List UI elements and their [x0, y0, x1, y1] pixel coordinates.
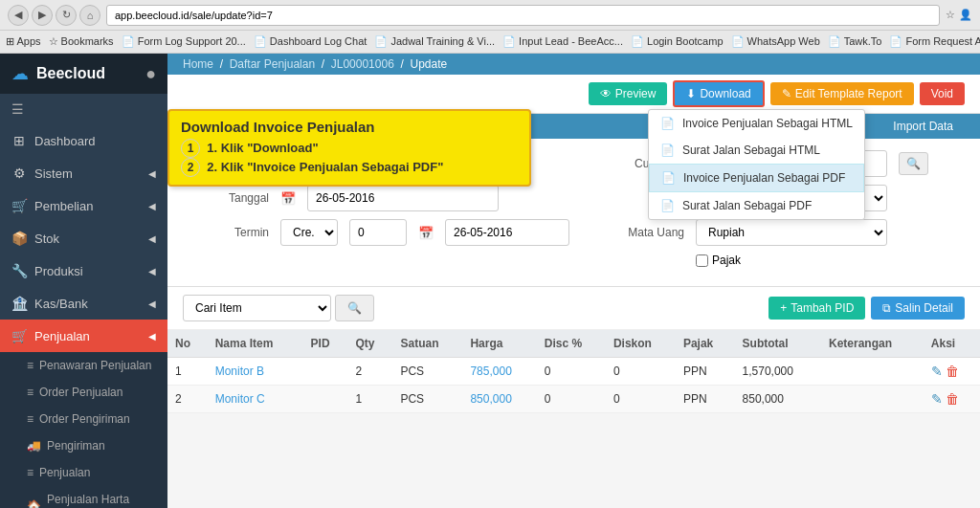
bookmark-whatsapp[interactable]: 📄 WhatsApp Web: [731, 35, 820, 48]
bookmark-login[interactable]: 📄 Login Bootcamp: [631, 35, 724, 48]
penjualan-sub-icon: ≡: [27, 466, 33, 479]
bookmark-bookmarks[interactable]: ☆ Bookmarks: [49, 35, 114, 48]
mata-uang-select[interactable]: Rupiah: [696, 219, 887, 246]
sidebar-label-stok: Stok: [34, 232, 59, 246]
dropdown-surat-jalan-pdf[interactable]: 📄 Surat Jalan Sebagai PDF: [649, 192, 864, 219]
cell-pid: [303, 358, 348, 386]
edit-template-button[interactable]: ✎ Edit Template Report: [770, 82, 914, 105]
annotation-box: Download Invoice Penjualan 1 1. Klik "Do…: [167, 109, 531, 187]
file-icon-2: 📄: [660, 144, 675, 157]
termin-select[interactable]: Cre...: [280, 219, 338, 246]
sidebar-item-kasbank[interactable]: 🏦 Kas/Bank ◀: [0, 287, 167, 320]
annotation-step1: 1 1. Klik "Download": [181, 139, 518, 158]
cell-disc: 0: [537, 358, 606, 386]
row-delete-button[interactable]: 🗑: [946, 364, 959, 379]
sidebar-item-stok[interactable]: 📦 Stok ◀: [0, 222, 167, 254]
pembelian-icon: 🛒: [11, 198, 27, 213]
sidebar-label-kasbank: Kas/Bank: [34, 297, 88, 311]
bookmarks-bar: ⊞ Apps ☆ Bookmarks 📄 Form Log Support 20…: [0, 31, 980, 54]
col-subtotal: Subtotal: [735, 330, 821, 358]
form-row-tanggal: Tanggal 📅: [183, 185, 569, 211]
row-edit-button[interactable]: ✎: [931, 391, 943, 407]
sidebar-sub-order-pengiriman[interactable]: ≡ Order Pengiriman: [0, 406, 167, 432]
order-penjualan-label: Order Penjualan: [39, 386, 122, 399]
void-button[interactable]: Void: [920, 82, 965, 105]
table-search-area: Cari Item 🔍: [183, 295, 374, 321]
download-button[interactable]: ⬇ Download: [673, 80, 764, 107]
dropdown-invoice-html[interactable]: 📄 Invoice Penjualan Sebagai HTML: [649, 110, 864, 137]
cell-no: 2: [167, 386, 208, 413]
penjualan-sub-label: Penjualan: [39, 466, 90, 479]
sidebar-sub-order-penjualan[interactable]: ≡ Order Penjualan: [0, 379, 167, 406]
sidebar-item-penjualan[interactable]: 🛒 Penjualan ◀: [0, 320, 167, 352]
browser-bar: ◀ ▶ ↻ ⌂ ☆👤: [0, 0, 980, 31]
tambah-pid-button[interactable]: + Tambah PID: [768, 297, 865, 320]
file-icon-4: 📄: [660, 199, 675, 212]
chevron-sistem-icon: ◀: [148, 168, 156, 179]
table-row: 1 Monitor B 2 PCS 785,000 0 0 PPN 1,570,…: [167, 358, 980, 386]
cell-pajak: PPN: [676, 386, 735, 413]
tanggal-input[interactable]: [307, 185, 499, 211]
customer-search-button[interactable]: 🔍: [899, 152, 928, 175]
dropdown-invoice-pdf[interactable]: 📄 Invoice Penjualan Sebagai PDF: [649, 164, 864, 192]
penawaran-icon: ≡: [27, 359, 33, 372]
import-data-button[interactable]: Import Data: [881, 115, 965, 138]
bookmark-jadwal[interactable]: 📄 Jadwal Training & Vi...: [374, 35, 495, 48]
sidebar-sub-harta-tetap[interactable]: 🏠 Penjualan Harta Tetap: [0, 486, 167, 508]
sidebar-item-sistem[interactable]: ⚙ Sistem ◀: [0, 157, 167, 189]
order-penjualan-icon: ≡: [27, 386, 33, 399]
sidebar-item-pembelian[interactable]: 🛒 Pembelian ◀: [0, 189, 167, 222]
breadcrumb-id[interactable]: JL00001006: [331, 57, 394, 71]
sidebar-item-dashboard[interactable]: ⊞ Dashboard: [0, 124, 167, 157]
pajak-label: Pajak: [712, 254, 741, 267]
pengiriman-label: Pengiriman: [47, 439, 105, 453]
bookmark-dashboard-log[interactable]: 📄 Dashboard Log Chat: [254, 35, 368, 48]
bookmark-input-lead[interactable]: 📄 Input Lead - BeeAcc...: [502, 35, 623, 48]
bookmark-form-log[interactable]: 📄 Form Log Support 20...: [122, 35, 246, 48]
row-edit-button[interactable]: ✎: [931, 364, 943, 379]
sidebar-item-produksi[interactable]: 🔧 Produksi ◀: [0, 254, 167, 287]
penawaran-label: Penawaran Penjualan: [39, 359, 151, 372]
salin-detail-button[interactable]: ⧉ Salin Detail: [871, 297, 965, 320]
download-icon: ⬇: [686, 87, 696, 100]
preview-button[interactable]: 👁 Preview: [589, 82, 668, 105]
pajak-checkbox[interactable]: [696, 254, 708, 267]
refresh-button[interactable]: ↻: [56, 5, 77, 26]
breadcrumb-daftar[interactable]: Daftar Penjualan: [230, 57, 315, 71]
termin-date-input[interactable]: [445, 219, 569, 246]
bookmark-apps[interactable]: ⊞ Apps: [6, 35, 41, 48]
chevron-kasbank-icon: ◀: [148, 298, 156, 309]
forward-button[interactable]: ▶: [32, 5, 53, 26]
table-actions: + Tambah PID ⧉ Salin Detail: [768, 297, 965, 320]
item-search-button[interactable]: 🔍: [335, 295, 374, 321]
row-delete-button[interactable]: 🗑: [946, 391, 959, 407]
sidebar-sub-penjualan[interactable]: ≡ Penjualan: [0, 459, 167, 486]
badge-2: 2: [181, 158, 200, 177]
home-button[interactable]: ⌂: [79, 5, 100, 26]
cell-harga: 785,000: [462, 358, 536, 386]
table-toolbar: Cari Item 🔍 + Tambah PID ⧉ Salin Detail: [167, 287, 980, 330]
breadcrumb-home[interactable]: Home: [183, 57, 213, 71]
browser-icons: ☆👤: [946, 9, 972, 21]
download-dropdown: 📄 Invoice Penjualan Sebagai HTML 📄 Surat…: [648, 109, 865, 220]
sidebar-label-sistem: Sistem: [34, 166, 73, 181]
breadcrumb-current: Update: [411, 57, 448, 71]
col-satuan: Satuan: [392, 330, 462, 358]
dropdown-surat-jalan-html[interactable]: 📄 Surat Jalan Sebagai HTML: [649, 137, 864, 164]
item-search-select[interactable]: Cari Item: [183, 295, 331, 321]
cell-subtotal: 1,570,000: [735, 358, 821, 386]
pajak-checkbox-label: Pajak: [696, 254, 741, 267]
sidebar-sub-penawaran[interactable]: ≡ Penawaran Penjualan: [0, 352, 167, 379]
cell-diskon: 0: [606, 386, 676, 413]
sidebar-sub-pengiriman[interactable]: 🚚 Pengiriman: [0, 432, 167, 459]
breadcrumb: Home / Daftar Penjualan / JL00001006 / U…: [183, 57, 447, 71]
bookmark-form-request[interactable]: 📄 Form Request Admir...: [889, 35, 980, 48]
sidebar-menu-toggle[interactable]: ☰: [0, 94, 167, 124]
back-button[interactable]: ◀: [8, 5, 29, 26]
address-bar[interactable]: [106, 5, 940, 26]
sidebar-header: ☁ Beecloud ●: [0, 54, 167, 94]
cell-qty: 2: [348, 358, 393, 386]
chevron-stok-icon: ◀: [148, 233, 156, 244]
bookmark-tawk[interactable]: 📄 Tawk.To: [828, 35, 882, 48]
termin-num-input[interactable]: [349, 219, 407, 246]
